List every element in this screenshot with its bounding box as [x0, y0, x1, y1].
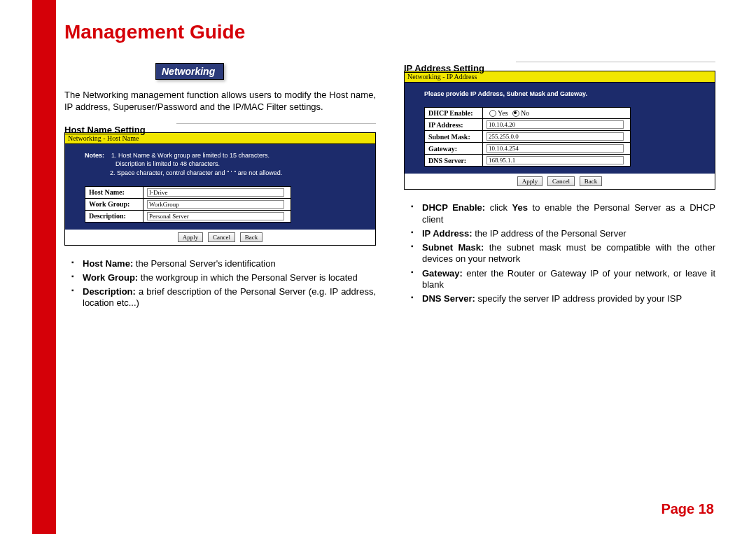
row-label: Host Name:	[85, 186, 144, 198]
input-cell	[483, 155, 631, 167]
right-bullets: DHCP Enable: click Yes to enable the Per…	[404, 202, 715, 304]
input-cell	[144, 210, 291, 222]
host-name-screenshot: Networking - Host Name Notes: 1. Host Na…	[64, 132, 376, 246]
sb-footer: Apply Cancel Back	[65, 230, 375, 245]
bullet-bold: DHCP Enable:	[422, 202, 485, 213]
note2: 2. Space character, control character an…	[85, 169, 364, 178]
sb-body: Notes: 1. Host Name & Work group are lim…	[65, 144, 375, 230]
bullet-bold: Gateway:	[422, 268, 463, 279]
bullet-text: enter the Router or Gateway IP of your n…	[422, 268, 715, 290]
radio-yes-label: Yes	[498, 109, 508, 117]
input-cell	[483, 119, 631, 131]
workgroup-input[interactable]	[147, 200, 284, 209]
back-button[interactable]: Back	[580, 176, 603, 186]
bullet-bold: IP Address:	[422, 228, 472, 239]
bullet-bold: Description:	[83, 286, 136, 297]
page-title: Management Guide	[64, 21, 245, 43]
right-column: IP Address Setting Networking - IP Addre…	[404, 63, 715, 312]
radio-yes[interactable]	[489, 110, 496, 117]
list-item: Gateway: enter the Router or Gateway IP …	[404, 268, 715, 291]
table-row: DHCP Enable: Yes No	[425, 107, 631, 119]
bullet-bold: DNS Server:	[422, 293, 475, 304]
list-item: IP Address: the IP address of the Person…	[404, 228, 715, 239]
input-cell	[483, 131, 631, 143]
networking-badge: Networking	[155, 63, 224, 80]
ipaddress-input[interactable]	[486, 120, 624, 129]
list-item: DNS Server: specify the server IP addres…	[404, 293, 715, 304]
subnet-input[interactable]	[486, 132, 624, 141]
input-cell	[144, 186, 291, 198]
sb-title: Networking - IP Address	[405, 71, 715, 83]
bullet-bold: Work Group:	[83, 272, 138, 283]
bullet-mid: click	[485, 202, 512, 213]
red-sidebar	[32, 0, 56, 534]
ip-table: DHCP Enable: Yes No IP Address: Subnet M…	[424, 107, 631, 167]
input-cell	[144, 198, 291, 210]
sb-footer: Apply Cancel Back	[405, 174, 715, 189]
table-row: IP Address:	[425, 119, 631, 131]
bullet-bold: Host Name:	[83, 258, 133, 269]
row-label: Gateway:	[425, 143, 483, 155]
divider	[516, 62, 715, 62]
notes-label: Notes:	[85, 152, 104, 159]
radio-no[interactable]	[512, 110, 519, 117]
left-column: Networking The Networking management fun…	[64, 63, 376, 312]
radio-no-label: No	[521, 109, 529, 117]
apply-button[interactable]: Apply	[178, 232, 204, 242]
bullet-text: the workgroup in which the Personal Serv…	[138, 272, 358, 283]
intro-paragraph: The Networking management function allow…	[64, 90, 376, 113]
note1a: 1. Host Name & Work group are limited to…	[111, 152, 270, 159]
gateway-input[interactable]	[486, 144, 624, 153]
hostname-input[interactable]	[147, 188, 284, 197]
ip-instruct: Please provide IP Address, Subnet Mask a…	[424, 90, 704, 99]
row-label: Subnet Mask:	[425, 131, 483, 143]
row-label: Description:	[85, 210, 144, 222]
list-item: Subnet Mask: the subnet mask must be com…	[404, 242, 715, 265]
sb-notes: Notes: 1. Host Name & Work group are lim…	[85, 151, 364, 178]
row-label: Work Group:	[85, 198, 144, 210]
table-row: Subnet Mask:	[425, 131, 631, 143]
host-name-table: Host Name: Work Group: Description:	[85, 186, 291, 223]
table-row: Host Name:	[85, 186, 291, 198]
table-row: Gateway:	[425, 143, 631, 155]
dhcp-cell: Yes No	[483, 107, 631, 119]
row-label: DNS Server:	[425, 155, 483, 167]
list-item: Description: a brief description of the …	[64, 286, 376, 309]
row-label: DHCP Enable:	[425, 107, 483, 119]
apply-button[interactable]: Apply	[517, 176, 543, 186]
table-row: Description:	[85, 210, 291, 222]
table-row: Work Group:	[85, 198, 291, 210]
input-cell	[483, 143, 631, 155]
back-button[interactable]: Back	[240, 232, 263, 242]
note1b: Discription is limited to 48 characters.	[85, 160, 364, 169]
content-area: Networking The Networking management fun…	[64, 63, 715, 312]
list-item: Work Group: the workgroup in which the P…	[64, 272, 376, 283]
bullet-text: the Personal Server's identification	[133, 258, 275, 269]
description-input[interactable]	[147, 212, 284, 220]
dns-input[interactable]	[486, 156, 624, 164]
row-label: IP Address:	[425, 119, 483, 131]
page-number: Page 18	[661, 501, 714, 517]
list-item: DHCP Enable: click Yes to enable the Per…	[404, 202, 715, 225]
bullet-text: the IP address of the Personal Server	[472, 228, 626, 239]
bullet-yes: Yes	[512, 202, 528, 213]
bullet-text: specify the server IP address provided b…	[475, 293, 682, 304]
table-row: DNS Server:	[425, 155, 631, 167]
cancel-button[interactable]: Cancel	[208, 232, 235, 242]
ip-address-screenshot: Networking - IP Address Please provide I…	[404, 71, 715, 190]
bullet-bold: Subnet Mask:	[422, 242, 484, 253]
cancel-button[interactable]: Cancel	[547, 176, 575, 186]
list-item: Host Name: the Personal Server's identif…	[64, 258, 376, 269]
divider	[176, 123, 376, 124]
sb-title: Networking - Host Name	[65, 133, 375, 144]
sb-body: Please provide IP Address, Subnet Mask a…	[405, 83, 715, 174]
left-bullets: Host Name: the Personal Server's identif…	[64, 258, 376, 309]
